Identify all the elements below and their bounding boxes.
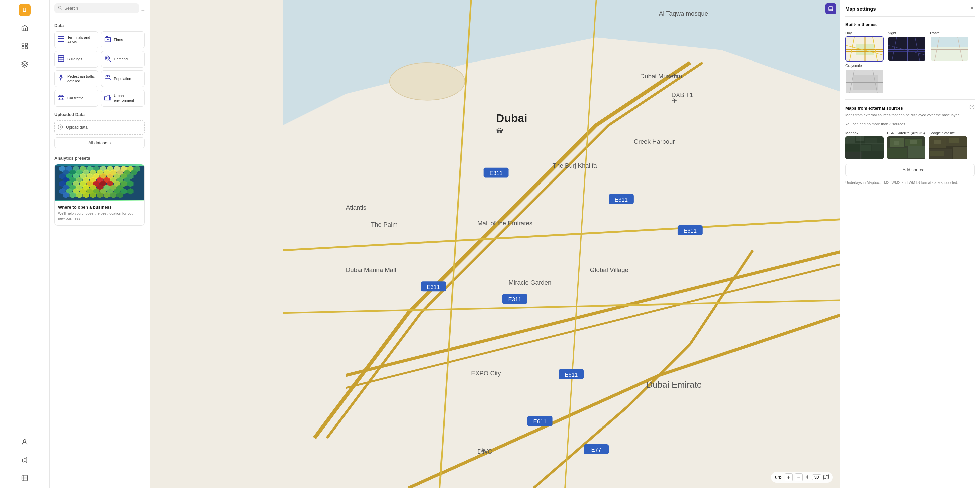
- mode-3d-button[interactable]: 3D: [812, 474, 821, 480]
- help-icon[interactable]: [969, 104, 975, 111]
- svg-text:E311: E311: [427, 284, 440, 290]
- location-icon[interactable]: [805, 474, 810, 481]
- svg-rect-18: [58, 55, 64, 61]
- svg-point-26: [60, 75, 62, 76]
- urbi-brand: urbi: [775, 475, 783, 480]
- source-item-google[interactable]: Google Satellite: [929, 131, 967, 159]
- svg-text:Dubai: Dubai: [496, 112, 527, 124]
- builtin-themes-header: Built-in themes: [845, 22, 975, 27]
- svg-rect-2: [22, 47, 24, 49]
- grayscale-thumb[interactable]: [845, 69, 884, 94]
- google-label: Google Satellite: [929, 131, 967, 135]
- data-card-terminals[interactable]: Terminals and ATMs: [54, 32, 98, 49]
- sidebar: U: [0, 0, 49, 488]
- svg-rect-231: [829, 7, 833, 11]
- preset-card[interactable]: Where to open a business We'll help you …: [54, 164, 145, 226]
- data-section-header: Data: [54, 23, 145, 28]
- external-header-row: Maps from external sources: [845, 104, 975, 111]
- analytics-header: Analytics presets: [54, 156, 145, 161]
- svg-text:✈: ✈: [671, 71, 677, 80]
- svg-rect-33: [107, 95, 109, 100]
- mapbox-thumb[interactable]: [845, 136, 884, 159]
- source-item-mapbox[interactable]: Mapbox: [845, 131, 884, 159]
- zoom-out-button[interactable]: −: [795, 473, 803, 481]
- night-thumb[interactable]: [888, 36, 926, 62]
- night-label: Night: [888, 31, 926, 35]
- pastel-thumb[interactable]: [930, 36, 969, 62]
- demand-label: Demand: [114, 57, 128, 61]
- svg-rect-200: [862, 151, 884, 159]
- map-icon[interactable]: [824, 474, 829, 481]
- svg-text:E611: E611: [533, 418, 546, 425]
- svg-rect-210: [910, 140, 917, 144]
- svg-rect-217: [953, 147, 967, 159]
- svg-text:Mall of the Emirates: Mall of the Emirates: [477, 220, 533, 227]
- svg-point-4: [24, 439, 26, 442]
- data-card-firms[interactable]: Firms: [101, 32, 145, 49]
- data-grid: Terminals and ATMs Firms Buildings Deman…: [54, 32, 145, 107]
- svg-rect-193: [845, 136, 855, 143]
- megaphone-icon[interactable]: [19, 454, 31, 466]
- search-box[interactable]: [54, 3, 139, 13]
- close-button[interactable]: [969, 5, 975, 13]
- day-thumb[interactable]: [845, 36, 884, 62]
- svg-point-23: [105, 56, 109, 60]
- table-icon[interactable]: [19, 472, 31, 484]
- svg-text:E311: E311: [615, 196, 628, 203]
- add-source-button[interactable]: Add source: [845, 164, 975, 176]
- data-card-demand[interactable]: Demand: [101, 51, 145, 68]
- esri-label: ESRI Satellite (ArcGIS): [887, 131, 926, 135]
- svg-point-9: [58, 6, 61, 9]
- svg-text:E611: E611: [684, 228, 697, 234]
- source-item-esri[interactable]: ESRI Satellite (ArcGIS): [887, 131, 926, 159]
- day-label: Day: [845, 31, 884, 35]
- theme-item-grayscale[interactable]: Grayscale: [845, 63, 884, 94]
- grayscale-row: Grayscale: [845, 63, 975, 94]
- data-card-pedestrian[interactable]: Pedestrian traffic detailed: [54, 70, 98, 87]
- home-icon[interactable]: [19, 22, 31, 34]
- upload-data-button[interactable]: Upload data: [54, 120, 145, 135]
- theme-item-day[interactable]: Day: [845, 31, 884, 62]
- svg-rect-34: [109, 98, 111, 100]
- user-icon[interactable]: [19, 436, 31, 448]
- svg-point-223: [807, 476, 808, 478]
- logo[interactable]: U: [19, 4, 31, 16]
- theme-item-pastel[interactable]: Pastel: [930, 31, 969, 62]
- google-thumb[interactable]: [929, 136, 967, 159]
- stack-icon[interactable]: [19, 58, 31, 70]
- layers-icon[interactable]: [19, 40, 31, 52]
- data-card-buildings[interactable]: Buildings: [54, 51, 98, 68]
- svg-rect-219: [949, 138, 959, 143]
- grayscale-label: Grayscale: [845, 63, 884, 68]
- map-settings-trigger[interactable]: [826, 3, 836, 14]
- external-desc-1: Maps from external sources that can be d…: [845, 112, 975, 118]
- zoom-in-button[interactable]: +: [785, 473, 793, 481]
- svg-text:E611: E611: [565, 372, 578, 378]
- data-card-car-traffic[interactable]: Car traffic: [54, 90, 98, 107]
- all-datasets-button[interactable]: All datasets: [54, 137, 145, 148]
- svg-marker-228: [824, 475, 829, 479]
- buildings-label: Buildings: [67, 57, 82, 61]
- population-icon: [104, 74, 111, 83]
- svg-rect-11: [58, 36, 64, 41]
- add-source-label: Add source: [903, 168, 925, 173]
- esri-thumb[interactable]: [887, 136, 926, 159]
- data-card-urban[interactable]: Urban environment: [101, 90, 145, 107]
- sources-grid: Mapbox: [845, 131, 975, 159]
- data-card-population[interactable]: Population: [101, 70, 145, 87]
- svg-point-28: [108, 75, 110, 77]
- svg-text:Creek Harbour: Creek Harbour: [634, 138, 675, 146]
- svg-text:Miracle Garden: Miracle Garden: [509, 279, 552, 286]
- svg-rect-198: [872, 143, 884, 151]
- svg-rect-209: [894, 141, 899, 145]
- minimize-button[interactable]: −: [141, 7, 145, 14]
- svg-text:The Burj Khalifa: The Burj Khalifa: [552, 162, 597, 169]
- panel-header: Map settings: [845, 5, 975, 17]
- terminals-label: Terminals and ATMs: [67, 35, 95, 45]
- svg-text:✈: ✈: [480, 447, 486, 455]
- preset-title: Where to open a business: [58, 204, 141, 209]
- svg-point-27: [106, 75, 108, 77]
- population-label: Population: [114, 76, 132, 81]
- theme-item-night[interactable]: Night: [888, 31, 926, 62]
- search-input[interactable]: [64, 6, 136, 11]
